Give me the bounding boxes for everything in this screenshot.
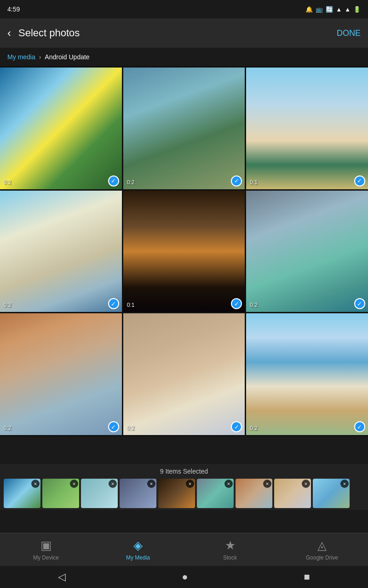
photo-check-icon[interactable]: ✓ xyxy=(108,421,119,432)
photo-cell[interactable]: 0:2✓ xyxy=(0,313,122,435)
photo-cell[interactable]: 0:1✓ xyxy=(246,68,368,189)
nav-item-google-drive[interactable]: ◬Google Drive xyxy=(304,538,340,561)
thumbnail-item[interactable]: × xyxy=(313,479,350,508)
my-device-icon: ▣ xyxy=(40,538,52,553)
selected-thumbnails: ××××××××× xyxy=(0,479,368,508)
photo-image xyxy=(0,313,122,435)
photo-image xyxy=(246,313,368,435)
photo-check-icon[interactable]: ✓ xyxy=(354,421,365,432)
photo-duration: 0:2 xyxy=(4,179,12,186)
my-media-icon: ◈ xyxy=(133,538,143,553)
photo-image xyxy=(246,191,368,312)
screen-icon: 📺 xyxy=(316,6,323,13)
photo-image xyxy=(0,68,122,189)
stock-label: Stock xyxy=(223,554,237,561)
wifi-icon: ▲ xyxy=(336,6,342,13)
nav-item-my-device[interactable]: ▣My Device xyxy=(28,538,64,561)
thumbnail-item[interactable]: × xyxy=(236,479,272,508)
status-icons: 🔔 📺 🔄 ▲ ▲ 🔋 xyxy=(305,6,361,13)
photo-duration: 0:2 xyxy=(250,425,258,431)
home-button[interactable]: ● xyxy=(182,571,188,583)
photo-cell[interactable]: 0:2✓ xyxy=(246,313,368,435)
thumbnail-remove-button[interactable]: × xyxy=(224,480,233,488)
empty-space xyxy=(0,436,368,464)
photo-duration: 0:2 xyxy=(4,425,12,431)
my-media-label: My Media xyxy=(126,554,150,561)
thumbnail-remove-button[interactable]: × xyxy=(263,480,271,488)
breadcrumb-link[interactable]: My media xyxy=(7,53,35,61)
photo-cell[interactable]: 0:1✓ xyxy=(123,191,245,312)
photo-check-icon[interactable]: ✓ xyxy=(354,175,365,187)
system-bar: ◁ ● ■ xyxy=(0,566,368,588)
photo-image xyxy=(0,191,122,312)
thumbnail-item[interactable]: × xyxy=(197,479,234,508)
nav-item-my-media[interactable]: ◈My Media xyxy=(120,538,156,561)
thumbnail-item[interactable]: × xyxy=(81,479,118,508)
thumbnail-remove-button[interactable]: × xyxy=(70,480,78,488)
thumbnail-item[interactable]: × xyxy=(42,479,79,508)
back-system-button[interactable]: ◁ xyxy=(58,571,66,583)
breadcrumb-current: Android Update xyxy=(45,53,89,61)
photo-cell[interactable]: 0:2✓ xyxy=(246,191,368,312)
battery-icon: 🔋 xyxy=(353,6,361,13)
sync-icon: 🔄 xyxy=(326,6,333,13)
thumbnail-remove-button[interactable]: × xyxy=(31,480,40,488)
selection-count: 9 Items Selected xyxy=(0,468,368,475)
recent-button[interactable]: ■ xyxy=(304,571,310,583)
thumbnail-item[interactable]: × xyxy=(4,479,40,508)
notification-icon: 🔔 xyxy=(305,6,313,13)
google-drive-label: Google Drive xyxy=(306,554,338,561)
thumbnail-remove-button[interactable]: × xyxy=(302,480,310,488)
photo-cell[interactable]: 0:2✓ xyxy=(0,68,122,189)
status-bar: 4:59 🔔 📺 🔄 ▲ ▲ 🔋 xyxy=(0,0,368,18)
photo-image xyxy=(123,313,245,435)
photo-duration: 0:2 xyxy=(127,179,135,186)
breadcrumb-separator: › xyxy=(39,53,41,61)
breadcrumb: My media › Android Update xyxy=(0,48,368,66)
photo-duration: 0:1 xyxy=(250,179,258,186)
photo-cell[interactable]: 0:2✓ xyxy=(123,68,245,189)
back-button[interactable]: ‹ xyxy=(7,27,11,40)
thumbnail-remove-button[interactable]: × xyxy=(340,480,349,488)
photo-duration: 0:2 xyxy=(4,302,12,308)
photo-duration: 0:2 xyxy=(127,425,135,431)
photo-image xyxy=(246,68,368,189)
photo-image xyxy=(123,68,245,189)
selection-bar: 9 Items Selected ××××××××× xyxy=(0,464,368,510)
thumbnail-item[interactable]: × xyxy=(158,479,195,508)
header: ‹ Select photos DONE xyxy=(0,18,368,48)
google-drive-icon: ◬ xyxy=(317,538,327,553)
page-title: Select photos xyxy=(18,27,80,39)
photo-duration: 0:1 xyxy=(127,302,135,308)
status-time: 4:59 xyxy=(7,6,20,13)
photo-check-icon[interactable]: ✓ xyxy=(108,175,119,187)
thumbnail-remove-button[interactable]: × xyxy=(186,480,194,488)
photo-image xyxy=(123,191,245,312)
my-device-label: My Device xyxy=(33,554,59,561)
photo-cell[interactable]: 0:2✓ xyxy=(123,313,245,435)
nav-item-stock[interactable]: ★Stock xyxy=(212,538,248,561)
thumbnail-remove-button[interactable]: × xyxy=(147,480,155,488)
thumbnail-remove-button[interactable]: × xyxy=(109,480,117,488)
thumbnail-item[interactable]: × xyxy=(120,479,156,508)
photo-grid: 0:2✓0:2✓0:1✓0:2✓0:1✓0:2✓0:2✓0:2✓0:2✓ xyxy=(0,66,368,436)
photo-duration: 0:2 xyxy=(250,302,258,308)
thumbnail-item[interactable]: × xyxy=(274,479,311,508)
photo-check-icon[interactable]: ✓ xyxy=(231,175,242,187)
photo-check-icon[interactable]: ✓ xyxy=(108,298,119,309)
header-left: ‹ Select photos xyxy=(7,27,80,40)
bottom-nav: ▣My Device◈My Media★Stock◬Google Drive xyxy=(0,533,368,566)
done-button[interactable]: DONE xyxy=(337,28,361,38)
photo-cell[interactable]: 0:2✓ xyxy=(0,191,122,312)
signal-icon: ▲ xyxy=(345,6,351,13)
stock-icon: ★ xyxy=(225,538,236,553)
